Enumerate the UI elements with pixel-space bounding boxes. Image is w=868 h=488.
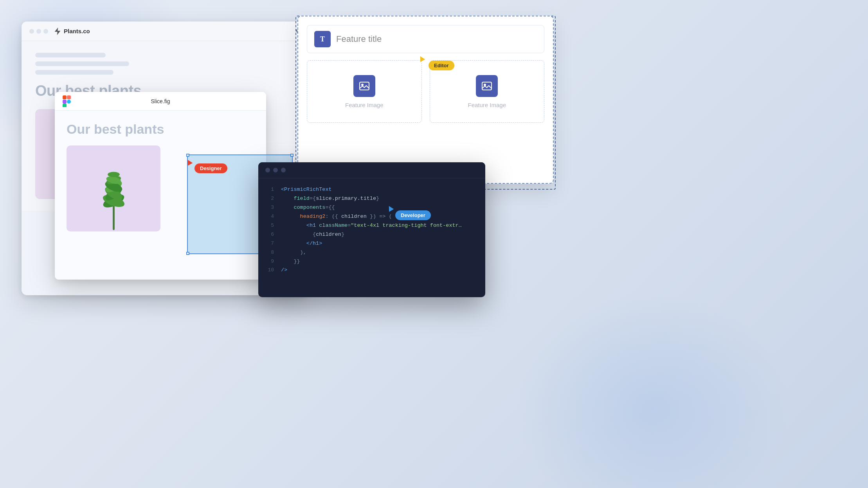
feature-title-icon: T xyxy=(314,31,331,47)
line-code-3: components={{ xyxy=(281,203,335,212)
editor-cursor xyxy=(419,56,424,61)
svg-rect-28 xyxy=(360,82,369,90)
site-logo: Plants.co xyxy=(54,27,90,35)
developer-cursor-icon xyxy=(387,205,394,212)
feature-images-row: Feature Image Feature Image xyxy=(307,60,544,123)
designer-cursor xyxy=(186,160,192,165)
designer-cursor-icon xyxy=(185,158,193,165)
code-line-3: 3 components={{ xyxy=(266,203,477,212)
line-code-8: ), xyxy=(281,248,306,257)
site-name: Plants.co xyxy=(64,28,90,34)
line-num-6: 6 xyxy=(266,230,274,239)
figma-page-title: Our best plants xyxy=(67,122,254,137)
browser-window-controls xyxy=(29,29,48,34)
code-line-6: 6 {children} xyxy=(266,230,477,239)
editor-panel: T Feature title Feature Image xyxy=(297,16,554,184)
line-code-1: <PrismicRichText xyxy=(281,185,332,194)
designer-badge: Designer xyxy=(194,163,227,173)
text-format-icon: T xyxy=(320,35,325,43)
code-content: 1 <PrismicRichText 2 field={slice.primar… xyxy=(258,178,485,282)
code-dot-1 xyxy=(265,168,270,172)
line-num-8: 8 xyxy=(266,248,274,257)
svg-point-27 xyxy=(108,172,120,178)
line-num-10: 10 xyxy=(266,266,274,275)
selection-handle-tl xyxy=(186,154,189,157)
svg-rect-14 xyxy=(67,95,71,99)
line-num-4: 4 xyxy=(266,212,274,221)
code-line-2: 2 field={slice.primary.title} xyxy=(266,194,477,203)
placeholder-line-2 xyxy=(35,61,129,66)
selection-handle-tr xyxy=(290,154,294,157)
code-line-10: 10 /> xyxy=(266,266,477,275)
line-num-7: 7 xyxy=(266,239,274,248)
svg-rect-16 xyxy=(63,104,67,107)
code-dot-3 xyxy=(281,168,286,172)
code-line-8: 8 ), xyxy=(266,248,477,257)
line-code-9: }} xyxy=(281,257,300,266)
feature-image-label-1: Feature Image xyxy=(345,102,384,108)
placeholder-line-3 xyxy=(35,70,113,75)
image-icon-svg-2 xyxy=(481,81,492,91)
line-num-2: 2 xyxy=(266,194,274,203)
developer-cursor xyxy=(387,206,393,211)
code-line-9: 9 }} xyxy=(266,257,477,266)
svg-rect-15 xyxy=(63,100,67,104)
figma-plant-svg xyxy=(87,155,140,231)
selection-handle-bl xyxy=(186,252,189,255)
line-code-10: /> xyxy=(281,266,287,275)
feature-image-icon-1 xyxy=(353,75,375,97)
line-num-1: 1 xyxy=(266,185,274,194)
line-num-5: 5 xyxy=(266,221,274,230)
svg-point-17 xyxy=(67,100,71,104)
code-line-1: 1 <PrismicRichText xyxy=(266,185,477,194)
line-code-7: </h1> xyxy=(281,239,322,248)
svg-rect-30 xyxy=(482,82,492,90)
code-toolbar xyxy=(258,162,485,178)
code-dot-2 xyxy=(273,168,278,172)
figma-logo xyxy=(63,95,71,107)
feature-image-icon-2 xyxy=(476,75,498,97)
browser-toolbar: Plants.co ♥ xyxy=(22,22,307,41)
bolt-icon xyxy=(54,27,61,35)
window-dot-3 xyxy=(43,29,48,34)
feature-title-text: Feature title xyxy=(336,34,382,44)
feature-image-label-2: Feature Image xyxy=(468,102,506,108)
placeholder-line-1 xyxy=(35,53,106,57)
svg-rect-13 xyxy=(63,95,67,99)
figma-logo-icon xyxy=(63,95,71,107)
line-code-2: field={slice.primary.title} xyxy=(281,194,379,203)
window-dot-1 xyxy=(29,29,34,34)
bg-decoration-2 xyxy=(516,292,790,488)
line-code-4: heading2: ({ children }) => ( xyxy=(281,212,392,221)
code-editor: 1 <PrismicRichText 2 field={slice.primar… xyxy=(258,162,485,297)
feature-title-row: T Feature title xyxy=(307,25,544,53)
figma-plant-card xyxy=(67,145,160,231)
figma-title: Slice.fig xyxy=(151,98,170,104)
editor-cursor-icon xyxy=(418,55,425,62)
code-line-5: 5 <h1 className="text-4xl tracking-tight… xyxy=(266,221,477,230)
line-num-9: 9 xyxy=(266,257,274,266)
line-code-5: <h1 className="text-4xl tracking-tight f… xyxy=(281,221,462,230)
line-num-3: 3 xyxy=(266,203,274,212)
code-line-7: 7 </h1> xyxy=(266,239,477,248)
image-icon-svg xyxy=(359,81,370,91)
figma-toolbar: Slice.fig xyxy=(55,92,266,111)
window-dot-2 xyxy=(36,29,41,34)
code-line-4: 4 heading2: ({ children }) => ( xyxy=(266,212,477,221)
feature-image-box-1: Feature Image xyxy=(307,60,422,123)
editor-badge: Editor xyxy=(429,61,454,70)
line-code-6: {children} xyxy=(281,230,344,239)
developer-badge: Developer xyxy=(395,210,431,220)
